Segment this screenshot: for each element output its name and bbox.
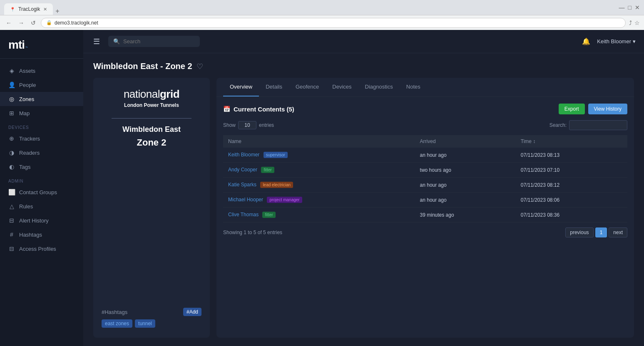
sidebar-item-alert-history-label: Alert History bbox=[19, 217, 49, 224]
content-area: nationalgrid London Power Tunnels Wimble… bbox=[93, 78, 634, 338]
tab-geofence[interactable]: Geofence bbox=[289, 78, 326, 96]
hamburger-menu-btn[interactable]: ☰ bbox=[92, 35, 102, 48]
tab-details[interactable]: Details bbox=[259, 78, 289, 96]
page-header: Wimbledon East - Zone 2 ♡ bbox=[93, 62, 634, 71]
tab-close-btn[interactable]: ✕ bbox=[43, 7, 47, 12]
sidebar-item-access-profiles[interactable]: ⊟ Access Profiles bbox=[0, 242, 83, 256]
view-history-btn[interactable]: View History bbox=[588, 104, 627, 114]
person-link-clive[interactable]: Clive Thomas bbox=[228, 212, 259, 217]
sidebar-item-hashtags-label: Hashtags bbox=[19, 232, 42, 238]
notification-bell-btn[interactable]: 🔔 bbox=[582, 37, 590, 45]
favorite-btn[interactable]: ♡ bbox=[196, 62, 203, 71]
contact-groups-icon: ⬜ bbox=[8, 189, 15, 195]
back-btn[interactable]: ← bbox=[4, 19, 13, 27]
tab-notes[interactable]: Notes bbox=[400, 78, 427, 96]
alert-history-icon: ⊟ bbox=[8, 217, 15, 224]
share-btn[interactable]: ⤴ bbox=[629, 20, 632, 26]
previous-page-btn[interactable]: previous bbox=[565, 227, 593, 237]
entries-label: entries bbox=[259, 122, 274, 128]
tab-overview[interactable]: Overview bbox=[223, 78, 259, 96]
tab-diagnostics[interactable]: Diagnostics bbox=[358, 78, 400, 96]
table-row: Michael Hooper project manager an hour a… bbox=[223, 193, 627, 208]
topbar: ☰ 🔍 🔔 Keith Bloomer ▾ bbox=[83, 30, 644, 53]
export-btn[interactable]: Export bbox=[559, 104, 585, 114]
person-link-michael[interactable]: Michael Hooper bbox=[228, 197, 263, 203]
data-table: Name Arrived Time ↕ K bbox=[223, 135, 627, 222]
new-tab-button[interactable]: + bbox=[53, 7, 62, 15]
browser-tab-active[interactable]: 📍 TracLogik ✕ bbox=[4, 3, 53, 15]
cell-arrived-5: 39 minutes ago bbox=[415, 208, 516, 222]
section-title-text: Current Contents (5) bbox=[234, 106, 294, 113]
tab-content: 📅 Current Contents (5) Export View Histo… bbox=[216, 97, 634, 338]
user-menu-btn[interactable]: Keith Bloomer ▾ bbox=[597, 38, 636, 44]
sidebar-item-contact-groups[interactable]: ⬜ Contact Groups bbox=[0, 185, 83, 199]
sidebar-item-hashtags[interactable]: # Hashtags bbox=[0, 227, 83, 242]
section-title: 📅 Current Contents (5) bbox=[223, 106, 294, 113]
zone-hashtags-header: #Hashtags #Add bbox=[102, 308, 201, 316]
browser-chrome: 📍 TracLogik ✕ + — □ ✕ bbox=[0, 0, 644, 15]
tab-devices[interactable]: Devices bbox=[326, 78, 358, 96]
page-title: Wimbledon East - Zone 2 bbox=[93, 62, 192, 71]
cell-arrived-4: an hour ago bbox=[415, 193, 516, 208]
mti-logo-text: mti~ bbox=[8, 38, 75, 52]
sidebar-item-trackers[interactable]: ⊕ Trackers bbox=[0, 131, 83, 146]
add-hashtag-btn[interactable]: #Add bbox=[183, 308, 201, 316]
role-badge-clive: fitter bbox=[262, 212, 275, 218]
sidebar-item-map[interactable]: ⊞ Map bbox=[0, 106, 83, 120]
sidebar-item-people[interactable]: 👤 People bbox=[0, 78, 83, 92]
table-header: Name Arrived Time ↕ bbox=[223, 135, 627, 148]
table-controls: Show entries Search: bbox=[223, 120, 627, 130]
signal-icon: ~ bbox=[25, 45, 27, 49]
topbar-actions: 🔔 Keith Bloomer ▾ bbox=[582, 37, 636, 45]
reload-btn[interactable]: ↺ bbox=[29, 19, 37, 27]
close-window-btn[interactable]: ✕ bbox=[635, 4, 640, 11]
person-link-andy[interactable]: Andy Cooper bbox=[228, 167, 257, 173]
nav-actions: ⤴ ☆ bbox=[629, 20, 640, 26]
sidebar-item-rules[interactable]: △ Rules bbox=[0, 199, 83, 213]
browser-tabs: 📍 TracLogik ✕ + bbox=[4, 0, 62, 15]
next-page-btn[interactable]: next bbox=[609, 227, 627, 237]
search-input[interactable] bbox=[123, 38, 195, 44]
tab-bar: Overview Details Geofence Devices Diagno… bbox=[216, 78, 634, 97]
user-chevron-icon: ▾ bbox=[633, 38, 636, 44]
cell-arrived-1: an hour ago bbox=[415, 148, 516, 163]
table-row: Keith Bloomer supervisor an hour ago 07/… bbox=[223, 148, 627, 163]
admin-section-label: Admin bbox=[0, 174, 83, 185]
national-grid-logo: nationalgrid bbox=[124, 88, 179, 101]
trackers-icon: ⊕ bbox=[8, 135, 15, 142]
sidebar-item-readers-label: Readers bbox=[19, 150, 40, 156]
cell-time-2: 07/11/2023 07:10 bbox=[516, 163, 627, 178]
sidebar-item-assets[interactable]: ◈ Assets bbox=[0, 64, 83, 78]
col-time[interactable]: Time ↕ bbox=[516, 135, 627, 148]
cell-name-2: Andy Cooper fitter bbox=[223, 163, 415, 178]
page-1-btn[interactable]: 1 bbox=[595, 227, 607, 237]
tab-favicon: 📍 bbox=[10, 7, 15, 12]
zone-name: Wimbledon East bbox=[122, 125, 181, 134]
rules-icon: △ bbox=[8, 203, 15, 210]
hashtag-badge-east-zones[interactable]: east zones bbox=[102, 319, 132, 328]
role-badge-keith: supervisor bbox=[264, 152, 288, 158]
forward-btn[interactable]: → bbox=[17, 19, 26, 27]
sidebar-item-assets-label: Assets bbox=[19, 68, 35, 74]
hashtag-badge-tunnel[interactable]: tunnel bbox=[135, 319, 155, 328]
col-name: Name bbox=[223, 135, 415, 148]
browser-nav: ← → ↺ 🔒 demo3.traclogik.net ⤴ ☆ bbox=[0, 15, 644, 30]
bookmark-btn[interactable]: ☆ bbox=[634, 20, 640, 26]
sidebar-item-tags[interactable]: ◐ Tags bbox=[0, 160, 83, 174]
sidebar-item-zones[interactable]: ◎ Zones bbox=[0, 92, 83, 106]
maximize-btn[interactable]: □ bbox=[628, 4, 632, 11]
person-link-keith[interactable]: Keith Bloomer bbox=[228, 152, 259, 158]
app: mti~ ◈ Assets 👤 People ◎ Zones ⊞ Map Dev… bbox=[0, 30, 644, 346]
sidebar-item-alert-history[interactable]: ⊟ Alert History bbox=[0, 213, 83, 227]
minimize-btn[interactable]: — bbox=[619, 4, 625, 11]
person-link-katie[interactable]: Katie Sparks bbox=[228, 182, 256, 188]
address-text: demo3.traclogik.net bbox=[55, 20, 98, 26]
table-search-input[interactable] bbox=[569, 120, 627, 130]
search-entries: Search: bbox=[550, 120, 627, 130]
entries-count-input[interactable] bbox=[238, 121, 256, 129]
address-bar[interactable]: 🔒 demo3.traclogik.net bbox=[41, 18, 626, 28]
sidebar-item-readers[interactable]: ◑ Readers bbox=[0, 146, 83, 160]
sidebar-item-contact-groups-label: Contact Groups bbox=[19, 189, 57, 195]
page-content: Wimbledon East - Zone 2 ♡ nationalgrid L… bbox=[83, 53, 644, 346]
cell-name-4: Michael Hooper project manager bbox=[223, 193, 415, 208]
